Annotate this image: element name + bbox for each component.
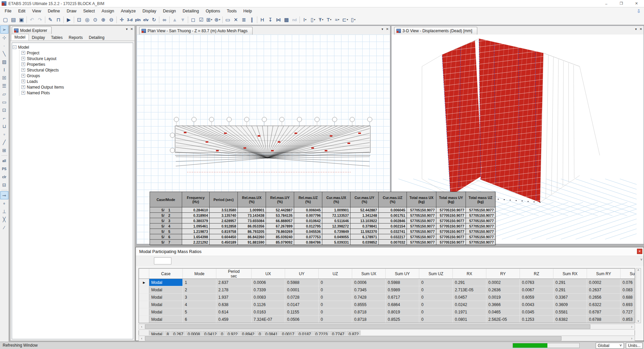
modal-grid-cell[interactable]: 0 <box>319 286 352 294</box>
previous-zoom-icon[interactable]: ⊙ <box>91 16 99 24</box>
modal-grid-cell[interactable]: 0 <box>319 279 352 286</box>
modal-grid-cell[interactable]: 0.6717 <box>386 294 419 301</box>
modal-grid-cell[interactable]: 0 <box>319 308 352 316</box>
modal-grid-cell[interactable]: 0.693 <box>621 301 635 308</box>
modal-grid-row[interactable]: Modal50.6140.01630.115500.87180.801900.1… <box>139 308 635 316</box>
tab-model[interactable]: Model <box>11 34 29 41</box>
section-cut-icon[interactable]: ▩ <box>282 16 290 24</box>
modal-grid-cell[interactable]: 0.076 <box>621 279 635 286</box>
modal-grid-cell[interactable]: 0.0001 <box>285 286 319 294</box>
modal-grid-row[interactable]: Modal22.1780.73390.000100.73450.598902.7… <box>139 286 635 294</box>
expand-icon[interactable]: + <box>21 57 25 60</box>
row-selector-cell[interactable] <box>139 286 149 294</box>
menu-help[interactable]: Help <box>240 8 256 14</box>
modal-grid-vscrollbar[interactable]: ˄ ˅ <box>636 268 641 323</box>
dropdown-caret-icon[interactable]: ▾ <box>338 18 339 21</box>
tab-detailing[interactable]: Detailing <box>86 35 108 41</box>
modal-grid-cell[interactable]: 5 <box>183 308 216 316</box>
row-selector-cell[interactable] <box>139 316 149 323</box>
modal-close-icon[interactable]: ✕ <box>637 249 642 254</box>
draw-mesh-icon[interactable]: ⊞ <box>0 146 8 154</box>
modal-grid-cell[interactable]: 0.1126 <box>252 301 285 308</box>
select-pointer-icon[interactable]: ➢ <box>0 26 8 34</box>
modal-grid-cell[interactable]: 0.1155 <box>285 308 319 316</box>
modal-grid-cell[interactable]: 0.459 <box>216 316 252 323</box>
modal-grid-cell[interactable]: 0.8019 <box>386 308 419 316</box>
draw-quick-frame-icon[interactable]: ▨ <box>0 58 8 66</box>
dropdown-caret-icon[interactable]: ▾ <box>322 18 323 21</box>
menu-select[interactable]: Select <box>80 8 98 14</box>
elevation-view-icon[interactable]: elv <box>142 16 150 24</box>
object-shrink-icon[interactable]: ⊛▾ <box>213 16 221 24</box>
chevron-down-icon[interactable]: ▾ <box>635 27 637 31</box>
modal-grid-cell[interactable]: Modal <box>149 308 183 316</box>
modal-grid-cell[interactable]: 0 <box>419 301 453 308</box>
modal-grid-hscrollbar[interactable]: ‹ › <box>139 324 635 330</box>
modal-grid-cell[interactable]: 0.727 <box>621 308 635 316</box>
modal-grid-cell[interactable]: 0 <box>319 316 352 323</box>
plan-view-icon[interactable]: pln <box>134 16 142 24</box>
snap-midpoints-icon[interactable]: ∘ <box>0 199 8 207</box>
frame-column-icon[interactable]: H <box>258 16 266 24</box>
modal-grid-cell[interactable]: 0 <box>319 294 352 301</box>
modal-grid-cell[interactable]: 0.0728 <box>285 294 319 301</box>
modal-grid-cell[interactable]: 0.1253 <box>520 316 553 323</box>
release-assign-icon[interactable]: ⊏▾ <box>341 16 349 24</box>
modal-grid-row[interactable]: Modal40.6380.11260.014700.85550.686400.0… <box>139 301 635 308</box>
modal-grid-cell[interactable]: 0.2637 <box>587 286 621 294</box>
modal-grid-cell[interactable]: 0 <box>319 301 352 308</box>
units-button[interactable]: Units... <box>626 343 643 349</box>
modal-grid-cell[interactable]: 0.0002 <box>587 279 621 286</box>
modal-window-titlebar[interactable]: Modal Participating Mass Ratios ✕ <box>136 247 644 256</box>
tree-node-model[interactable]: −Model <box>13 44 132 50</box>
modal-grid-cell[interactable]: 1 <box>183 279 216 286</box>
modal-grid-cell[interactable]: Modal <box>149 294 183 301</box>
modal-scroll-down-icon[interactable]: ˅ <box>640 258 642 261</box>
modal-grid-cell[interactable]: 4 <box>183 301 216 308</box>
modal-grid-cell[interactable]: 0.5581 <box>553 308 587 316</box>
view-3d-tab[interactable]: 3-D View - Displacements (Dead) [mm] <box>394 27 477 35</box>
draw-joint-icon[interactable]: ∙ <box>0 42 8 50</box>
new-model-icon[interactable]: ▢ <box>1 16 9 24</box>
select-all-icon[interactable]: all <box>0 157 8 165</box>
modal-grid-cell[interactable]: 0.6788 <box>587 316 621 323</box>
modal-grid-cell[interactable]: 0.0147 <box>285 301 319 308</box>
rotate-3d-view-icon[interactable]: ↻ <box>150 16 158 24</box>
scroll-left-icon[interactable]: ‹ <box>139 337 145 340</box>
menu-edit[interactable]: Edit <box>15 8 29 14</box>
snap-joints-icon[interactable]: ⊸ <box>0 191 8 199</box>
row-selector-cell[interactable] <box>139 301 149 308</box>
pier-label-icon[interactable]: ▯▾ <box>349 16 357 24</box>
modal-grid-cell[interactable]: 2.178 <box>216 286 252 294</box>
run-analysis-icon[interactable]: ▶ <box>65 16 73 24</box>
modal-grid-cell[interactable]: 0 <box>419 279 453 286</box>
dropdown-caret-icon[interactable]: ▾ <box>330 18 331 21</box>
modal-grid-cell[interactable]: 0.0465 <box>486 308 520 316</box>
modal-grid-cell[interactable]: 0.7428 <box>352 294 386 301</box>
draw-rect-icon[interactable]: ▭ <box>224 16 232 24</box>
modal-grid-cell[interactable]: 0.8525 <box>386 316 419 323</box>
joint-assign-icon[interactable]: T▾ <box>325 16 333 24</box>
zoom-in-icon[interactable]: ⊕ <box>99 16 107 24</box>
draw-quick-wall-icon[interactable]: ⊔ <box>0 122 8 130</box>
tree-node-named-plots[interactable]: +Named Plots <box>19 90 132 96</box>
modal-grid-cell[interactable]: 0.0242 <box>453 301 486 308</box>
clear-selection-icon[interactable]: clr <box>0 173 8 181</box>
modal-grid-cell[interactable]: 0.0345 <box>520 308 553 316</box>
menu-define[interactable]: Define <box>45 8 63 14</box>
tree-node-properties[interactable]: +Properties <box>19 61 132 67</box>
dropdown-caret-icon[interactable]: ▾ <box>314 18 315 21</box>
modal-grid-cell[interactable]: 7.324E-07 <box>252 316 285 323</box>
dropdown-caret-icon[interactable]: ▾ <box>211 18 212 21</box>
expand-icon[interactable]: + <box>21 62 25 66</box>
menu-options[interactable]: Options <box>202 8 223 14</box>
modal-grid-cell[interactable]: 0.2636 <box>486 286 520 294</box>
draw-link-icon[interactable]: ╱ <box>0 138 8 146</box>
area-section-icon[interactable]: ▯▾ <box>309 16 317 24</box>
close-panel-icon[interactable]: ✕ <box>130 27 133 31</box>
modal-grid-cell[interactable]: 0 <box>419 286 453 294</box>
restore-full-view-icon[interactable]: ◎ <box>83 16 91 24</box>
menu-analyze[interactable]: Analyze <box>117 8 139 14</box>
dropdown-caret-icon[interactable]: ▾ <box>354 18 356 21</box>
view-3d-icon[interactable]: 3-d <box>126 16 134 24</box>
